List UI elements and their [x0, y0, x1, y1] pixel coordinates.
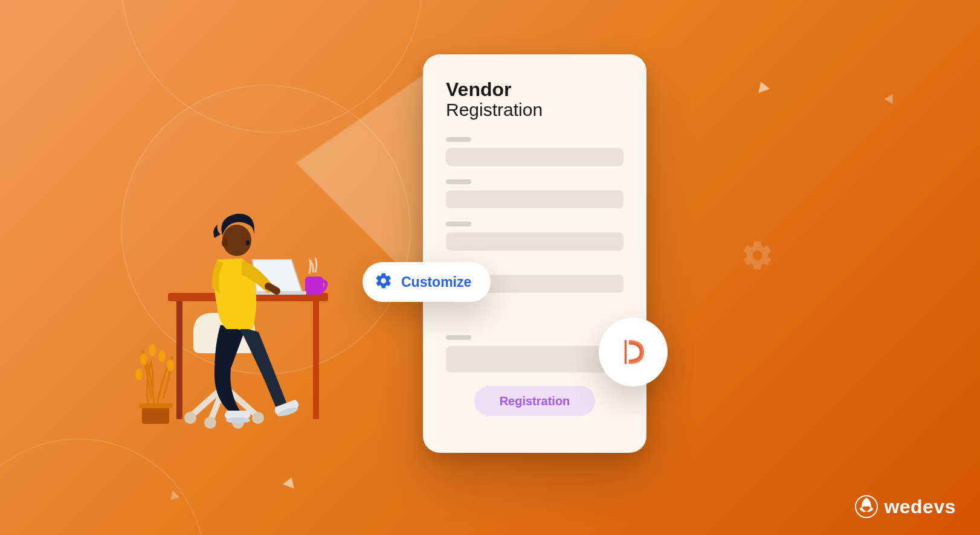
field-input-placeholder[interactable]	[446, 232, 624, 251]
field-label-placeholder	[446, 222, 471, 226]
field-label-placeholder	[446, 335, 471, 340]
person-at-desk-illustration	[121, 175, 375, 441]
registration-form-card: Vendor Registration Registration	[423, 54, 646, 453]
form-title: Vendor Registration	[446, 78, 624, 120]
customize-button[interactable]: Customize	[363, 262, 491, 302]
wedevs-logo-text: wedevs	[884, 496, 956, 518]
field-input-placeholder[interactable]	[446, 190, 624, 208]
customize-label: Customize	[401, 274, 471, 290]
svg-point-2	[158, 350, 166, 362]
svg-point-0	[140, 353, 147, 365]
field-label-placeholder	[446, 137, 471, 142]
wedevs-logo: wedevs	[855, 495, 956, 518]
svg-point-18	[226, 417, 250, 423]
gear-icon	[375, 272, 393, 292]
form-field	[446, 335, 624, 373]
registration-button[interactable]: Registration	[474, 386, 595, 416]
bg-triangle	[283, 475, 297, 489]
svg-rect-14	[176, 301, 182, 419]
svg-point-10	[252, 412, 264, 424]
svg-rect-16	[305, 277, 323, 295]
form-field	[446, 137, 624, 166]
svg-point-1	[149, 344, 156, 356]
form-title-bold: Vendor	[446, 78, 624, 101]
field-input-placeholder[interactable]	[446, 346, 624, 373]
dokan-badge	[599, 318, 668, 386]
gear-icon	[741, 239, 775, 275]
svg-point-3	[167, 359, 174, 371]
form-title-light: Registration	[446, 100, 624, 120]
svg-rect-6	[139, 403, 172, 408]
svg-point-9	[184, 412, 196, 424]
form-field	[446, 222, 624, 251]
form-field	[446, 179, 624, 208]
field-input-placeholder[interactable]	[446, 148, 624, 166]
bg-triangle	[885, 92, 897, 104]
svg-point-4	[135, 368, 143, 380]
svg-rect-15	[313, 301, 319, 419]
dokan-d-icon	[617, 336, 650, 368]
field-label-placeholder	[446, 179, 471, 184]
svg-rect-5	[142, 406, 169, 424]
svg-point-22	[222, 239, 228, 247]
registration-button-label: Registration	[500, 394, 570, 408]
bg-circle	[0, 438, 205, 535]
svg-point-21	[246, 240, 250, 245]
svg-point-11	[204, 417, 216, 429]
wedevs-logo-icon	[855, 495, 878, 518]
bg-triangle	[755, 80, 770, 93]
